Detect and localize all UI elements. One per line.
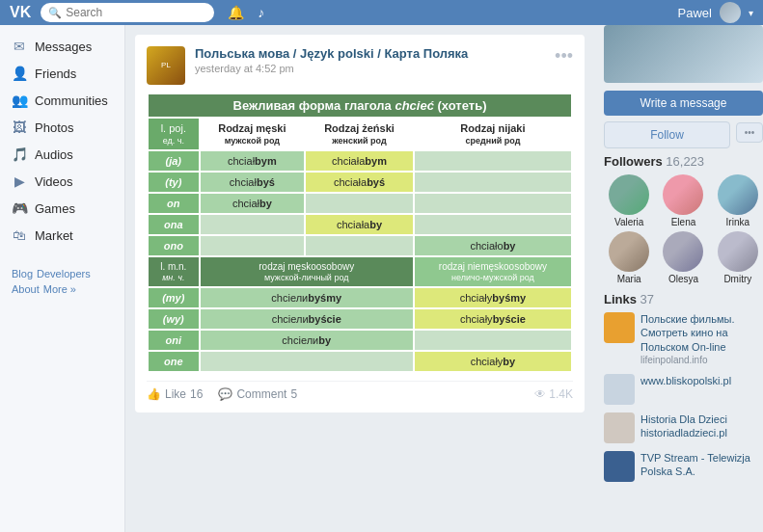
footer-blog[interactable]: Blog: [12, 268, 33, 279]
sidebar-item-messages[interactable]: ✉ Messages: [0, 33, 124, 60]
link-item-2[interactable]: Historia Dla Dzieci historiadladzieci.pl: [604, 412, 763, 443]
comment-icon: 💬: [218, 387, 232, 401]
col-section: l. poj.ед. ч.: [148, 118, 200, 150]
follower-name-maria: Maria: [604, 274, 654, 284]
pronoun-wy: (wy): [148, 308, 200, 330]
search-input[interactable]: [66, 6, 201, 19]
sidebar-label-audios: Audios: [35, 147, 73, 162]
follower-name-dmitry: Dmitry: [713, 274, 763, 284]
sidebar-item-audios[interactable]: 🎵 Audios: [0, 141, 124, 168]
links-label: Links: [604, 292, 637, 306]
follower-name-elena: Elena: [658, 217, 708, 227]
follower-avatar-irinka: [718, 174, 758, 215]
col-neut: Rodzaj nijakiсредний род: [414, 118, 572, 150]
table-row: ono chciałoby: [148, 235, 572, 256]
music-icon[interactable]: ♪: [258, 5, 264, 20]
cell-oni-masc: chciелиby: [200, 330, 414, 351]
user-name: Pawel: [678, 6, 712, 20]
sidebar-label-games: Games: [35, 201, 75, 216]
table-row: (wy) chciелиbyście chciałybyście: [148, 308, 572, 330]
photos-icon: 🖼: [12, 120, 27, 135]
link-text-1: www.bliskopolski.pl: [640, 374, 731, 387]
videos-icon: ▶: [12, 173, 27, 189]
links-count: 37: [640, 292, 654, 306]
follower-avatar-elena: [663, 174, 703, 215]
footer-about[interactable]: About: [12, 283, 40, 295]
link-icon-0: [604, 312, 635, 343]
right-panel: Write a message Follow ••• Followers 16,…: [594, 25, 763, 532]
comment-label: Comment: [236, 387, 286, 401]
follower-avatar-dmitry: [718, 231, 758, 272]
search-icon: 🔍: [48, 7, 62, 19]
post-views: 👁 1.4K: [534, 387, 573, 401]
like-count: 16: [190, 387, 203, 401]
follower-elena[interactable]: Elena: [658, 174, 708, 227]
links-section: Польские фильмы. Смотреть кино на Польск…: [604, 312, 763, 482]
sidebar-label-friends: Friends: [35, 66, 76, 81]
sidebar-item-photos[interactable]: 🖼 Photos: [0, 114, 124, 141]
table-row: ona chciałaby: [148, 214, 572, 235]
sidebar-label-communities: Communities: [35, 93, 108, 108]
post-header: PL Польська мова / Język polski / Карта …: [147, 46, 573, 85]
follower-irinka[interactable]: Irinka: [713, 174, 763, 227]
post-meta: Польська мова / Język polski / Карта Пол…: [195, 46, 545, 74]
games-icon: 🎮: [12, 200, 27, 216]
cell-one-fem: chciałyby: [414, 351, 572, 372]
like-button[interactable]: 👍 Like 16: [147, 387, 203, 401]
market-icon: 🛍: [12, 227, 27, 243]
cell-my-masc: chciелиbyśmy: [200, 287, 414, 308]
more-button[interactable]: •••: [736, 122, 763, 143]
post-time: yesterday at 4:52 pm: [195, 63, 545, 74]
pronoun-my: (my): [148, 287, 200, 308]
footer-more[interactable]: More »: [43, 283, 76, 295]
followers-grid: Valeria Elena Irinka Maria Olesya Dmitry: [604, 174, 763, 284]
notification-icon[interactable]: 🔔: [228, 5, 244, 20]
link-item-1[interactable]: www.bliskopolski.pl: [604, 374, 763, 405]
follower-valeria[interactable]: Valeria: [604, 174, 654, 227]
cell-ono-masc: [200, 235, 306, 256]
followers-label: Followers: [604, 154, 663, 169]
follower-olesya[interactable]: Olesya: [658, 231, 708, 284]
community-cover: [604, 25, 763, 83]
comment-button[interactable]: 💬 Comment 5: [218, 387, 297, 401]
follower-dmitry[interactable]: Dmitry: [713, 231, 763, 284]
cell-on-fem: [305, 193, 414, 214]
follow-button[interactable]: Follow: [604, 121, 730, 148]
user-menu-arrow[interactable]: ▾: [749, 8, 753, 18]
sidebar-item-market[interactable]: 🛍 Market: [0, 222, 124, 249]
vk-logo[interactable]: VK: [10, 4, 31, 21]
post-options-button[interactable]: •••: [555, 46, 573, 66]
cell-on-masc: chciałby: [200, 193, 306, 214]
follower-avatar-valeria: [609, 174, 649, 215]
pronoun-ja: (ja): [148, 150, 200, 172]
friends-icon: 👤: [12, 66, 27, 81]
link-icon-3: [604, 451, 635, 482]
link-item-3[interactable]: TVP Stream - Telewizja Polska S.A.: [604, 451, 763, 482]
write-message-button[interactable]: Write a message: [604, 91, 763, 116]
audios-icon: 🎵: [12, 146, 27, 162]
follower-maria[interactable]: Maria: [604, 231, 654, 284]
sidebar-item-communities[interactable]: 👥 Communities: [0, 87, 124, 114]
link-item-0[interactable]: Польские фильмы. Смотреть кино на Польск…: [604, 312, 763, 366]
follower-name-olesya: Olesya: [658, 274, 708, 284]
sidebar-item-games[interactable]: 🎮 Games: [0, 195, 124, 222]
grammar-table: Вежливая форма глагола chcieć (хотеть) l…: [147, 93, 573, 373]
sidebar-item-videos[interactable]: ▶ Videos: [0, 168, 124, 195]
user-avatar[interactable]: [720, 2, 741, 23]
footer-developers[interactable]: Developers: [37, 268, 91, 279]
search-box[interactable]: 🔍: [41, 3, 214, 22]
section2-masc-header: rodzaj męskoosobowyмужской-личный род: [200, 256, 414, 287]
table-row: one chciałyby: [148, 351, 572, 372]
topbar-icons: 🔔 ♪: [228, 5, 264, 20]
messages-icon: ✉: [12, 39, 27, 54]
post-author[interactable]: Польська мова / Język polski / Карта Пол…: [195, 46, 545, 61]
like-label: Like: [165, 387, 186, 401]
post-avatar[interactable]: PL: [147, 46, 185, 85]
topbar: VK 🔍 🔔 ♪ Pawel ▾: [0, 0, 763, 25]
sidebar-label-videos: Videos: [35, 174, 73, 189]
col-masc: Rodzaj męskiмужской род: [200, 118, 306, 150]
table-row: (my) chciелиbyśmy chciałybyśmy: [148, 287, 572, 308]
link-icon-2: [604, 412, 635, 443]
sidebar-item-friends[interactable]: 👤 Friends: [0, 60, 124, 87]
sidebar-label-photos: Photos: [35, 120, 73, 135]
